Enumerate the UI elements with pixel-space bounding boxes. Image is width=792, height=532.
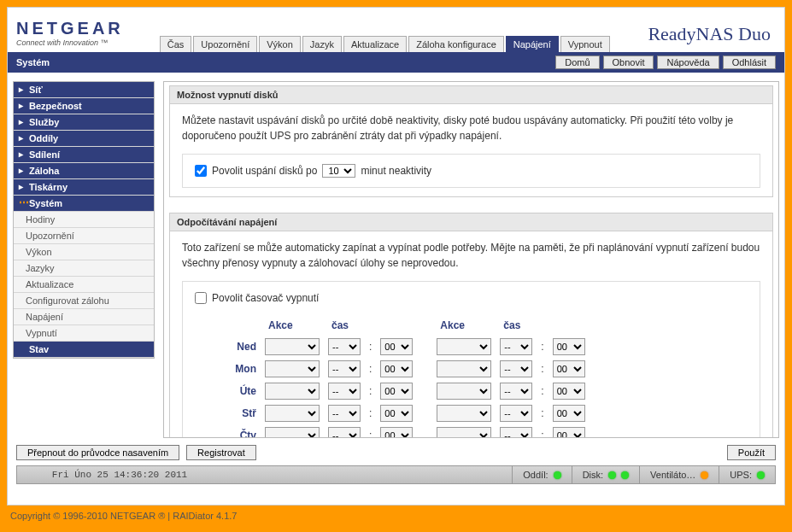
power-timer-option[interactable]: Povolit časovač vypnutí bbox=[195, 290, 748, 306]
sidebar-head-služby[interactable]: Služby bbox=[14, 114, 154, 131]
day-label: Úte bbox=[217, 381, 260, 401]
sidebar-sub-stav[interactable]: Stav bbox=[14, 342, 154, 358]
main-content: Možnost vypnutí disků Můžete nastavit us… bbox=[163, 81, 779, 438]
status-partition: Oddíl: bbox=[512, 466, 571, 483]
sidebar-sub-configurovat zálohu[interactable]: Configurovat zálohu bbox=[14, 293, 154, 309]
sidebar-head-sdílení[interactable]: Sdílení bbox=[14, 147, 154, 163]
sidebar-sub-upozornění[interactable]: Upozornění bbox=[14, 228, 154, 244]
panel-power-title: Odpočítávání napájení bbox=[170, 213, 772, 231]
schedule-select[interactable] bbox=[437, 383, 491, 400]
schedule-select[interactable] bbox=[265, 360, 320, 377]
schedule-select[interactable] bbox=[437, 427, 491, 437]
section-title: Systém bbox=[16, 57, 50, 67]
help-button[interactable]: Nápověda bbox=[657, 56, 719, 69]
led-icon bbox=[757, 471, 765, 479]
tab-upozornění[interactable]: Upozornění bbox=[193, 36, 257, 52]
power-timer-label: Povolit časovač vypnutí bbox=[212, 290, 319, 306]
main-scroll[interactable]: Možnost vypnutí disků Můžete nastavit us… bbox=[164, 82, 778, 437]
sidebar-head-systém[interactable]: Systém bbox=[14, 196, 154, 212]
disk-sleep-option[interactable]: Povolit uspání disků po 10 minut neaktiv… bbox=[195, 163, 748, 178]
schedule-select[interactable]: -- bbox=[500, 427, 532, 437]
tab-jazyk[interactable]: Jazyk bbox=[302, 36, 342, 52]
led-icon bbox=[621, 471, 629, 479]
sidebar-head-oddíly[interactable]: Oddíly bbox=[14, 131, 154, 147]
sidebar-sub-hodiny[interactable]: Hodiny bbox=[14, 212, 154, 228]
disk-sleep-minutes-select[interactable]: 10 bbox=[322, 164, 355, 178]
sidebar-head-síť[interactable]: Síť bbox=[14, 82, 154, 98]
tab-napájení[interactable]: Napájení bbox=[506, 36, 559, 52]
schedule-select[interactable]: 00 bbox=[553, 427, 585, 437]
panel-power-desc: Toto zařízení se může automaticky zapína… bbox=[182, 240, 760, 271]
status-bar: Fri Úno 25 14:36:20 2011 Oddíl: Disk: Ve… bbox=[16, 465, 776, 484]
schedule-select[interactable] bbox=[265, 383, 320, 400]
logout-button[interactable]: Odhlásit bbox=[723, 56, 776, 69]
schedule-select[interactable]: 00 bbox=[553, 338, 585, 355]
sidebar-head-záloha[interactable]: Záloha bbox=[14, 163, 154, 179]
refresh-button[interactable]: Obnovit bbox=[603, 56, 654, 69]
col-action: Akce bbox=[261, 316, 323, 335]
sidebar-sub-jazyky[interactable]: Jazyky bbox=[14, 260, 154, 277]
schedule-select[interactable]: 00 bbox=[553, 383, 585, 400]
schedule-select[interactable]: 00 bbox=[553, 360, 585, 377]
sidebar-head-bezpečnost[interactable]: Bezpečnost bbox=[14, 98, 154, 114]
schedule-select[interactable]: -- bbox=[328, 338, 361, 355]
power-timer-checkbox[interactable] bbox=[195, 292, 207, 304]
schedule-select[interactable]: -- bbox=[500, 383, 532, 400]
schedule-select[interactable]: -- bbox=[328, 427, 361, 437]
schedule-select[interactable] bbox=[437, 360, 491, 377]
sidebar-sub-výkon[interactable]: Výkon bbox=[14, 244, 154, 260]
tab-záloha konfigurace[interactable]: Záloha konfigurace bbox=[408, 36, 504, 52]
tab-aktualizace[interactable]: Aktualizace bbox=[343, 36, 407, 52]
schedule-select[interactable]: -- bbox=[500, 338, 532, 355]
sidebar-sub-aktualizace[interactable]: Aktualizace bbox=[14, 277, 154, 293]
status-disk: Disk: bbox=[572, 466, 639, 483]
sidebar-sub-vypnutí[interactable]: Vypnutí bbox=[14, 325, 154, 342]
wizard-button[interactable]: Přepnout do průvodce nasavením bbox=[16, 445, 179, 460]
product-name: ReadyNAS Duo bbox=[648, 23, 771, 45]
day-label: Mon bbox=[217, 359, 260, 379]
register-button[interactable]: Registrovat bbox=[186, 445, 256, 460]
status-fan: Ventiláto… bbox=[639, 466, 719, 483]
schedule-select[interactable]: 00 bbox=[380, 427, 413, 437]
tab-výkon[interactable]: Výkon bbox=[259, 36, 301, 52]
schedule-select[interactable]: -- bbox=[328, 383, 361, 400]
brand-name: NETGEAR bbox=[16, 19, 124, 38]
schedule-select[interactable]: 00 bbox=[380, 338, 413, 355]
schedule-select[interactable]: -- bbox=[328, 360, 361, 377]
schedule-select[interactable]: 00 bbox=[380, 383, 413, 400]
col-time: čas bbox=[325, 316, 416, 335]
sidebar-head-tiskárny[interactable]: Tiskárny bbox=[14, 179, 154, 196]
schedule-select[interactable] bbox=[265, 405, 320, 422]
schedule-select[interactable]: -- bbox=[500, 405, 532, 422]
schedule-select[interactable]: 00 bbox=[380, 405, 413, 422]
tab-čas[interactable]: Čas bbox=[160, 36, 192, 52]
led-icon bbox=[554, 471, 561, 479]
schedule-select[interactable]: 00 bbox=[380, 360, 413, 377]
disk-sleep-label-post: minut neaktivity bbox=[361, 163, 431, 178]
copyright: Copyright © 1996-2010 NETGEAR ® | RAIDia… bbox=[7, 506, 785, 521]
schedule-table: AkcečasAkcečasNed--:00--:00Mon--:00--:00… bbox=[215, 314, 590, 437]
tab-vypnout[interactable]: Vypnout bbox=[560, 36, 610, 52]
led-icon bbox=[608, 471, 616, 479]
schedule-select[interactable]: -- bbox=[328, 405, 361, 422]
disk-sleep-checkbox[interactable] bbox=[195, 165, 207, 177]
day-label: Stř bbox=[217, 403, 260, 424]
schedule-select[interactable] bbox=[437, 405, 491, 422]
home-button[interactable]: Domů bbox=[555, 56, 599, 69]
panel-disk-spindown: Možnost vypnutí disků Můžete nastavit us… bbox=[169, 85, 773, 197]
sidebar-sub-napájení[interactable]: Napájení bbox=[14, 309, 154, 325]
top-tabs: ČasUpozorněníVýkonJazykAktualizaceZáloha… bbox=[160, 36, 610, 52]
schedule-select[interactable] bbox=[265, 338, 320, 355]
day-label: Čtv bbox=[217, 425, 260, 437]
apply-button[interactable]: Použít bbox=[727, 445, 776, 460]
schedule-select[interactable]: -- bbox=[500, 360, 532, 377]
col-time2: čas bbox=[496, 316, 588, 335]
schedule-select[interactable]: 00 bbox=[553, 405, 585, 422]
day-label: Ned bbox=[217, 336, 260, 357]
schedule-select[interactable] bbox=[265, 427, 320, 437]
status-ups: UPS: bbox=[719, 466, 775, 483]
panel-disk-desc: Můžete nastavit uspávání disků po určité… bbox=[182, 113, 760, 143]
schedule-select[interactable] bbox=[437, 338, 491, 355]
sidebar: SíťBezpečnostSlužbyOddílySdíleníZálohaTi… bbox=[13, 81, 155, 359]
disk-sleep-label-pre: Povolit uspání disků po bbox=[212, 163, 317, 178]
